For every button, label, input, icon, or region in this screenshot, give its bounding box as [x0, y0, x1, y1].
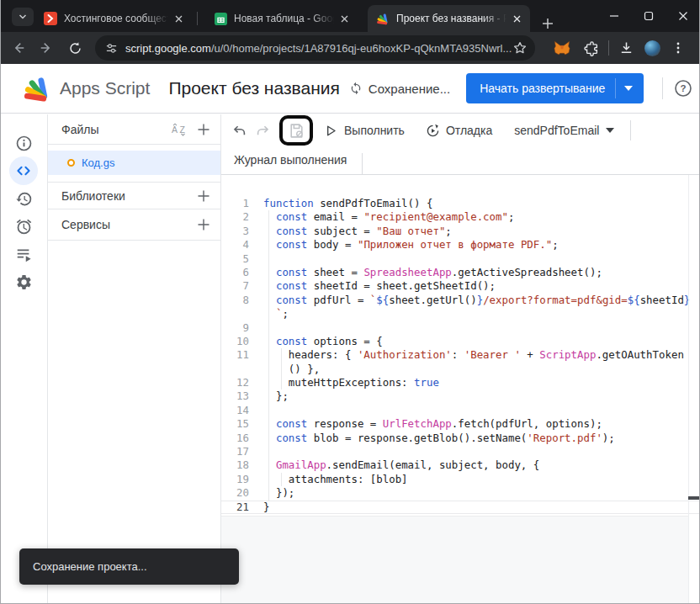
minimize-icon — [609, 11, 619, 21]
indent-guide — [268, 363, 269, 376]
apps-script-logo[interactable] — [22, 76, 52, 102]
toolbar-separator — [608, 40, 609, 56]
maximize-button[interactable] — [631, 0, 666, 32]
editor-pane: Выполнить Отладка sendPdfToEmail Журнал … — [221, 114, 700, 604]
line-number: 10 — [221, 335, 263, 348]
line-number: 3 — [221, 225, 263, 238]
deploy-button-label: Начать развертывание — [480, 82, 605, 95]
tab-close-icon[interactable] — [337, 12, 351, 25]
code-line: () }, — [221, 363, 700, 376]
downloads-button[interactable] — [614, 36, 638, 60]
sync-icon — [349, 82, 363, 95]
bookmark-star-button[interactable] — [513, 41, 527, 55]
debug-button[interactable]: Отладка — [426, 124, 492, 138]
sidebar-item-settings[interactable] — [9, 268, 38, 296]
sidebar-item-overview[interactable] — [9, 129, 38, 157]
indent-guide — [281, 348, 282, 362]
puzzle-icon — [584, 40, 600, 56]
indent-guide — [268, 376, 269, 389]
indent-guide — [268, 458, 269, 472]
code-line: 20 }); — [221, 486, 700, 500]
forward-arrow-icon — [39, 40, 54, 56]
sidebar-item-versions[interactable] — [9, 184, 38, 213]
line-number: 16 — [221, 432, 263, 445]
google-sheets-favicon — [215, 13, 227, 25]
indent-guide — [268, 294, 269, 307]
indent-guide — [268, 252, 269, 266]
reload-button[interactable] — [63, 36, 87, 60]
files-panel: Файлы A Z Код.gs Библиотеки — [48, 114, 221, 604]
help-button[interactable]: ? — [674, 79, 692, 98]
sidebar-item-triggers[interactable] — [9, 212, 38, 241]
unsaved-dot-icon — [67, 159, 75, 167]
window-controls — [597, 0, 700, 32]
indent-guide — [268, 445, 269, 458]
tab-hosting-community[interactable]: Хостинговое сообщество — [35, 5, 192, 32]
line-number: 12 — [221, 376, 263, 389]
extensions-button[interactable] — [580, 36, 603, 60]
star-icon — [513, 41, 527, 55]
plus-icon — [197, 218, 210, 231]
code-line: 9 — [221, 321, 700, 335]
svg-text:A: A — [172, 125, 178, 135]
line-number — [221, 363, 263, 376]
sidebar-item-executions[interactable] — [9, 240, 38, 268]
add-file-button[interactable] — [197, 123, 210, 136]
back-button[interactable] — [7, 36, 30, 60]
tab-apps-script[interactable]: Проект без названия - Ред — [368, 5, 530, 32]
avatar — [644, 40, 660, 56]
execution-log-tab[interactable]: Журнал выполнения — [221, 153, 363, 174]
indent-guide — [268, 321, 269, 335]
save-project-icon[interactable] — [288, 122, 305, 140]
plus-icon — [542, 18, 554, 29]
svg-text:Z: Z — [180, 125, 186, 135]
tab-close-icon[interactable] — [172, 12, 185, 25]
code-line: 15 const response = UrlFetchApp.fetch(pd… — [221, 417, 700, 431]
deploy-button[interactable]: Начать развертывание — [466, 73, 644, 103]
metamask-fox-icon — [554, 40, 570, 56]
tab-search-button[interactable] — [12, 8, 34, 26]
tab-close-icon[interactable] — [510, 12, 523, 25]
indent-guide — [268, 432, 269, 445]
metamask-extension-button[interactable] — [550, 36, 574, 60]
cursor-position-mark — [688, 496, 700, 500]
run-button[interactable]: Выполнить — [324, 124, 405, 138]
deploy-dropdown[interactable] — [615, 78, 640, 98]
undo-button[interactable] — [231, 123, 247, 139]
executions-icon — [15, 246, 32, 262]
code-line: 4 const body = "Приложен отчет в формате… — [221, 238, 700, 252]
tab-google-sheets[interactable]: Новая таблица - Google Та — [206, 5, 358, 32]
add-service-button[interactable] — [197, 218, 210, 231]
line-number: 2 — [221, 210, 263, 224]
close-window-button[interactable] — [666, 0, 700, 32]
back-arrow-icon — [11, 40, 26, 56]
tab-title: Проект без названия - Ред — [396, 13, 506, 24]
indent-guide — [268, 348, 269, 362]
function-selector[interactable]: sendPdfToEmail — [514, 124, 614, 137]
project-title[interactable]: Проект без названия — [168, 78, 339, 98]
left-rail — [0, 114, 48, 604]
debug-icon — [426, 124, 440, 138]
code-line: 14 — [221, 404, 700, 417]
code-line: 16 const blob = response.getBlob().setNa… — [221, 432, 700, 445]
browser-menu-button[interactable] — [666, 36, 690, 60]
files-title: Файлы — [61, 123, 171, 136]
redo-button[interactable] — [255, 123, 271, 139]
overview-ruler[interactable] — [688, 175, 700, 604]
code-editor[interactable]: 1function sendPdfToEmail() {2 const emai… — [221, 175, 700, 604]
add-library-button[interactable] — [197, 189, 210, 203]
file-item-kod-gs[interactable]: Код.gs — [48, 151, 220, 175]
sort-files-button[interactable]: A Z — [171, 123, 188, 136]
code-line: 1function sendPdfToEmail() { — [221, 197, 700, 210]
indent-guide — [268, 279, 269, 293]
caret-down-icon — [624, 86, 633, 91]
address-bar[interactable]: script.google.com/u/0/home/projects/1A87… — [95, 35, 535, 61]
code-line: 21} — [221, 501, 700, 514]
indent-guide — [268, 486, 269, 500]
services-section: Сервисы — [48, 209, 220, 241]
forward-button[interactable] — [34, 36, 58, 60]
close-icon — [678, 11, 688, 21]
profile-button[interactable] — [640, 36, 664, 60]
minimize-button[interactable] — [597, 0, 631, 32]
sidebar-item-editor[interactable] — [9, 156, 38, 185]
